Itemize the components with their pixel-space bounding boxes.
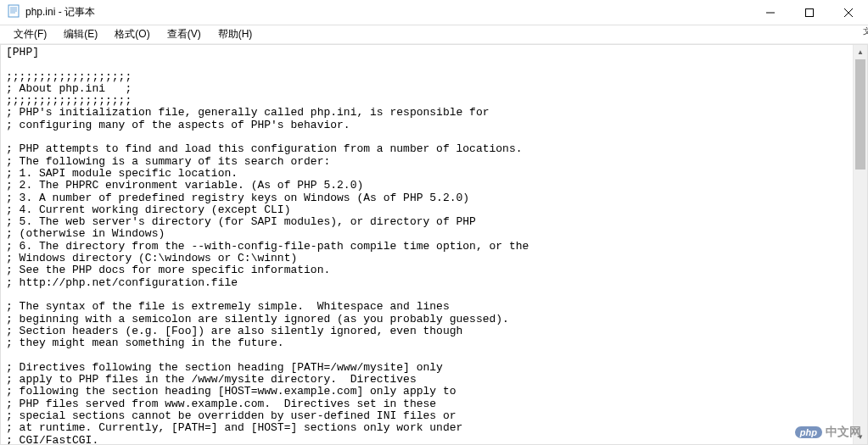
vertical-scrollbar[interactable]: ▲ ▼ bbox=[853, 45, 867, 444]
maximize-button[interactable] bbox=[790, 0, 829, 25]
menu-edit[interactable]: 编辑(E) bbox=[57, 25, 104, 43]
menu-file[interactable]: 文件(F) bbox=[7, 25, 53, 43]
right-edge-fragment: 文 bbox=[863, 25, 868, 42]
watermark: php 中文网 bbox=[795, 425, 861, 440]
titlebar-left: php.ini - 记事本 bbox=[0, 4, 95, 20]
menu-view[interactable]: 查看(V) bbox=[160, 25, 208, 43]
scroll-thumb[interactable] bbox=[855, 59, 865, 170]
php-badge-icon: php bbox=[795, 426, 822, 438]
watermark-text: 中文网 bbox=[826, 425, 861, 440]
menubar: 文件(F) 编辑(E) 格式(O) 查看(V) 帮助(H) bbox=[0, 25, 868, 44]
window-title: php.ini - 记事本 bbox=[25, 5, 95, 19]
titlebar: php.ini - 记事本 bbox=[0, 0, 868, 25]
window-controls bbox=[751, 0, 868, 25]
text-content[interactable]: [PHP] ;;;;;;;;;;;;;;;;;;; ; About php.in… bbox=[1, 45, 867, 444]
editor-area: [PHP] ;;;;;;;;;;;;;;;;;;; ; About php.in… bbox=[0, 44, 868, 445]
svg-rect-6 bbox=[806, 8, 814, 16]
notepad-icon bbox=[7, 4, 20, 20]
menu-format[interactable]: 格式(O) bbox=[108, 25, 156, 43]
minimize-button[interactable] bbox=[751, 0, 790, 25]
scroll-up-button[interactable]: ▲ bbox=[854, 45, 867, 59]
close-button[interactable] bbox=[829, 0, 868, 25]
scroll-track[interactable] bbox=[854, 59, 867, 430]
menu-help[interactable]: 帮助(H) bbox=[211, 25, 260, 43]
